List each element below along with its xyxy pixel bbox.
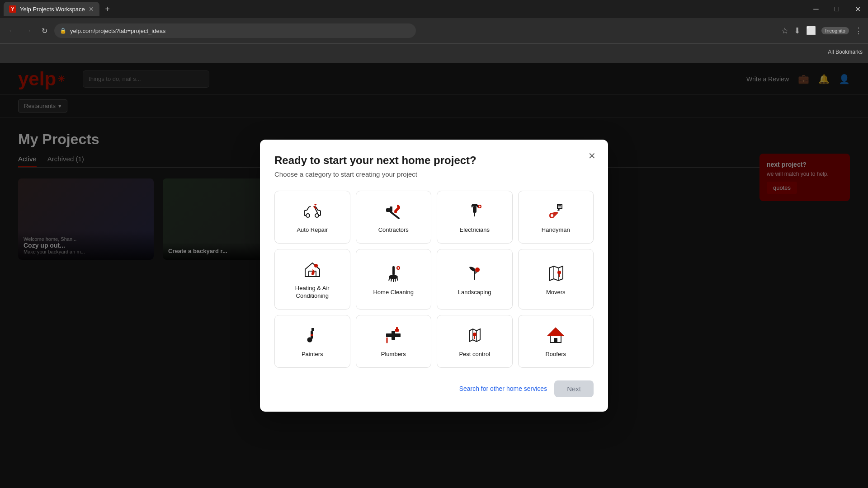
svg-point-30 [475, 267, 480, 272]
url-text: yelp.com/projects?tab=project_ideas [70, 28, 165, 34]
handyman-label: Handyman [542, 226, 570, 234]
svg-point-1 [315, 214, 319, 217]
modal-title: Ready to start your next home project? [274, 154, 594, 167]
category-painters[interactable]: Painters [274, 315, 350, 368]
bookmarks-bar: All Bookmarks [0, 43, 868, 60]
svg-point-43 [473, 333, 476, 336]
auto-repair-icon [302, 200, 323, 222]
electricians-label: Electricians [460, 226, 490, 234]
landscaping-icon [464, 263, 486, 284]
back-button[interactable]: ← [5, 24, 18, 37]
svg-point-21 [389, 275, 398, 279]
category-home-cleaning[interactable]: Home Cleaning [356, 249, 432, 310]
svg-line-23 [391, 279, 392, 282]
contractors-icon [382, 200, 404, 222]
menu-icon[interactable]: ⋮ [854, 26, 863, 36]
star-icon[interactable]: ☆ [781, 26, 788, 36]
roofers-label: Roofers [545, 351, 566, 358]
svg-rect-36 [386, 333, 392, 337]
svg-point-33 [557, 271, 561, 274]
heating-air-label: Heating & Air Conditioning [282, 285, 343, 300]
browser-chrome: Y Yelp Projects Workspace ✕ + ─ □ ✕ ← → … [0, 0, 868, 63]
cleaning-icon [382, 263, 404, 284]
svg-point-6 [394, 211, 397, 213]
tab-favicon: Y [9, 5, 16, 13]
lock-icon: 🔒 [60, 28, 66, 34]
modal-subtitle: Choose a category to start creating your… [274, 170, 594, 178]
svg-rect-35 [311, 334, 313, 336]
category-auto-repair[interactable]: Auto Repair [274, 191, 350, 244]
category-contractors[interactable]: Contractors [356, 191, 432, 244]
svg-line-25 [395, 279, 396, 282]
forward-button[interactable]: → [22, 24, 34, 37]
svg-rect-20 [392, 266, 395, 275]
svg-line-26 [397, 277, 398, 281]
category-pest-control[interactable]: Pest control [437, 315, 513, 368]
home-cleaning-label: Home Cleaning [373, 289, 414, 296]
svg-line-22 [389, 277, 390, 281]
extensions-icon[interactable]: ⬜ [806, 26, 816, 36]
landscaping-label: Landscaping [458, 289, 491, 296]
category-grid: Auto Repair [274, 191, 594, 368]
page-background: yelp ✳ things to do, nail s... Write a R… [0, 63, 868, 488]
modal-close-button[interactable]: ✕ [585, 149, 599, 163]
svg-point-19 [314, 264, 318, 267]
svg-rect-40 [396, 327, 398, 330]
plumbers-icon [382, 324, 404, 346]
category-plumbers[interactable]: Plumbers [356, 315, 432, 368]
movers-icon [545, 263, 566, 284]
plumbers-label: Plumbers [381, 351, 406, 358]
minimize-button[interactable]: ─ [806, 0, 826, 18]
electricians-icon [464, 200, 486, 222]
svg-rect-38 [394, 333, 401, 337]
browser-icons: ☆ ⬇ ⬜ Incognito ⋮ [781, 26, 863, 36]
handyman-icon [545, 200, 566, 222]
bookmarks-label[interactable]: All Bookmarks [828, 49, 863, 55]
contractors-label: Contractors [378, 226, 409, 234]
svg-point-17 [551, 214, 553, 217]
search-other-services-link[interactable]: Search for other home services [459, 385, 547, 392]
svg-rect-44 [554, 338, 557, 343]
new-tab-button[interactable]: + [101, 3, 114, 15]
tab-label: Yelp Projects Workspace [20, 6, 85, 13]
browser-controls: ← → ↻ 🔒 yelp.com/projects?tab=project_id… [0, 18, 868, 43]
pest-control-label: Pest control [459, 351, 490, 358]
maximize-button[interactable]: □ [826, 0, 847, 18]
svg-rect-8 [473, 206, 476, 213]
category-movers[interactable]: Movers [518, 249, 594, 310]
svg-rect-4 [390, 206, 392, 209]
category-heating-air[interactable]: Heating & Air Conditioning [274, 249, 350, 310]
svg-rect-7 [472, 204, 477, 206]
download-icon[interactable]: ⬇ [794, 26, 801, 36]
roofers-icon [545, 324, 566, 346]
window-controls: ─ □ ✕ [806, 0, 868, 18]
tab-close-button[interactable]: ✕ [89, 5, 94, 13]
category-handyman[interactable]: Handyman [518, 191, 594, 244]
category-electricians[interactable]: Electricians [437, 191, 513, 244]
category-landscaping[interactable]: Landscaping [437, 249, 513, 310]
active-tab[interactable]: Y Yelp Projects Workspace ✕ [4, 2, 99, 16]
movers-label: Movers [546, 289, 566, 296]
modal-footer: Search for other home services Next [274, 380, 594, 397]
modal: ✕ Ready to start your next home project?… [260, 140, 608, 412]
category-roofers[interactable]: Roofers [518, 315, 594, 368]
pest-icon [464, 324, 486, 346]
refresh-button[interactable]: ↻ [38, 24, 51, 37]
next-button[interactable]: Next [554, 380, 594, 397]
close-button[interactable]: ✕ [847, 0, 868, 18]
incognito-badge: Incognito [821, 27, 849, 34]
svg-point-0 [306, 214, 310, 217]
tab-bar: Y Yelp Projects Workspace ✕ + ─ □ ✕ [0, 0, 868, 18]
modal-backdrop[interactable]: ✕ Ready to start your next home project?… [0, 63, 868, 488]
painters-icon [302, 324, 323, 346]
painters-label: Painters [302, 351, 323, 358]
address-bar[interactable]: 🔒 yelp.com/projects?tab=project_ideas [54, 23, 416, 38]
hvac-icon [302, 258, 323, 280]
auto-repair-label: Auto Repair [297, 226, 328, 234]
